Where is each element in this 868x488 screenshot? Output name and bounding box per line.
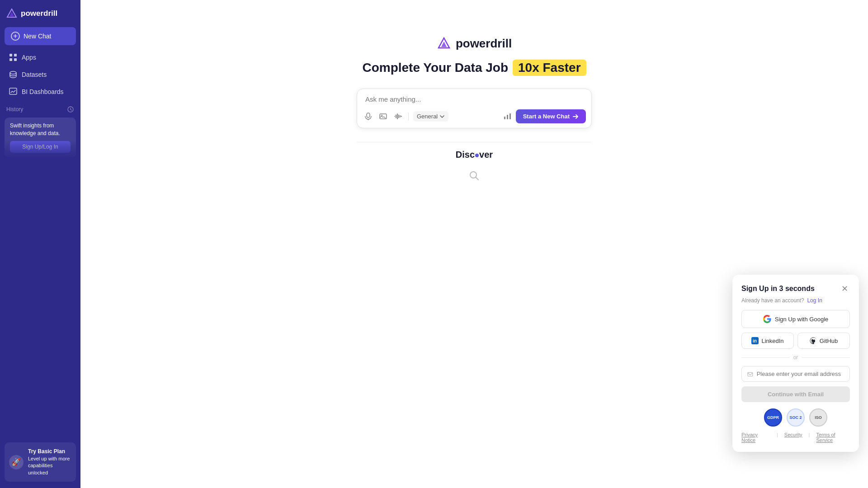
modal-close-button[interactable]: ✕ [840,284,850,294]
upgrade-plan-banner[interactable]: 🚀 Try Basic Plan Level up with more capa… [5,442,76,482]
bi-dashboards-label: BI Dashboards [22,88,64,95]
terms-link[interactable]: Terms of Service [816,432,850,443]
brand-logo-text: powerdrill [456,37,512,51]
email-icon [747,371,753,377]
start-chat-button[interactable]: Start a New Chat [516,109,586,123]
modal-subtext: Already have an account? Log In [741,297,850,304]
history-icon [67,106,74,113]
brand-logo-icon [437,36,451,51]
svg-rect-4 [9,58,12,61]
svg-text:in: in [753,338,757,343]
svg-rect-11 [367,113,370,117]
general-label: General [417,113,438,120]
sidebar-item-bi-dashboards[interactable]: BI Dashboards [3,84,78,100]
voice-button[interactable] [392,111,404,122]
svg-point-6 [10,71,16,74]
svg-rect-22 [507,115,508,119]
modal-header: Sign Up in 3 seconds ✕ [741,284,850,294]
powerdrill-logo-icon [6,8,17,19]
toolbar-right: Start a New Chat [502,109,586,123]
history-signin-button[interactable]: Sign Up/Log In [10,141,71,153]
svg-rect-21 [504,117,505,119]
linkedin-label: LinkedIn [761,338,783,344]
history-label: History [6,106,23,113]
grid-icon [9,53,17,61]
discover-dot [475,154,479,157]
history-header: History [0,100,80,116]
modal-subtext-text: Already have an account? [741,297,804,304]
login-link[interactable]: Log In [807,297,822,304]
plus-icon: + [11,32,20,41]
chart-icon [9,88,17,96]
google-logo [763,315,771,323]
image-upload-button[interactable] [377,111,389,122]
svg-rect-7 [9,88,17,94]
discover-title: Discver [357,150,592,160]
history-card-text: Swift insights from knowledge and data. [10,122,71,137]
new-chat-label: New Chat [24,33,51,40]
github-button[interactable]: GitHub [797,333,850,349]
microphone-icon [364,113,372,120]
start-chat-label: Start a New Chat [523,113,570,120]
waveform-icon [394,113,402,120]
sidebar: powerdrill + New Chat Apps Datasets BI D… [0,0,80,488]
apps-label: Apps [22,54,36,61]
continue-email-button[interactable]: Continue with Email [741,386,850,402]
signup-modal: Sign Up in 3 seconds ✕ Already have an a… [732,275,859,452]
email-input[interactable] [757,371,844,377]
email-input-wrap [741,366,850,382]
modal-footer: Privacy Notice | Security | Terms of Ser… [741,432,850,443]
google-g-icon [763,315,771,323]
chevron-down-icon [439,114,445,119]
modal-title: Sign Up in 3 seconds [741,285,815,293]
image-icon [379,113,387,120]
stats-button[interactable] [502,111,513,122]
google-btn-label: Sign Up with Google [775,316,829,323]
headline-highlight: 10x Faster [513,60,586,76]
or-text: or [793,354,798,361]
plan-subtitle: Level up with more capabilities unlocked [28,455,71,476]
plan-title: Try Basic Plan [28,448,71,455]
svg-rect-3 [14,54,17,56]
send-icon [572,113,579,120]
social-buttons-row: in LinkedIn GitHub [741,333,850,349]
sidebar-logo-text: powerdrill [21,9,57,18]
or-line-left [741,357,790,358]
svg-rect-5 [14,58,17,61]
linkedin-icon: in [751,337,759,344]
sidebar-logo: powerdrill [0,0,80,25]
iso-badge: ISO [809,408,827,427]
datasets-label: Datasets [22,71,47,78]
trust-badges: GDPR SOC 2 ISO [741,408,850,427]
svg-line-25 [476,178,479,180]
discover-search-icon [469,171,479,181]
google-signup-button[interactable]: Sign Up with Google [741,310,850,328]
discover-search-area [357,167,592,181]
security-link[interactable]: Security [784,432,802,443]
footer-sep2: | [809,432,810,443]
sidebar-item-apps[interactable]: Apps [3,49,78,66]
svg-rect-29 [748,372,753,376]
brand-logo: powerdrill [437,36,512,51]
microphone-button[interactable] [363,111,374,122]
search-box: General Start a New Chat [357,89,592,128]
or-line-right [802,357,850,358]
search-input-row [357,89,591,107]
search-input[interactable] [365,95,583,103]
soc-badge: SOC 2 [787,408,805,427]
toolbar-divider [408,113,409,121]
svg-rect-23 [509,113,511,119]
main-area: powerdrill Complete Your Data Job 10x Fa… [80,0,868,488]
privacy-notice-link[interactable]: Privacy Notice [741,432,770,443]
new-chat-button[interactable]: + New Chat [5,27,76,45]
github-label: GitHub [820,338,838,344]
sidebar-item-datasets[interactable]: Datasets [3,66,78,83]
github-icon [810,337,817,344]
plan-text: Try Basic Plan Level up with more capabi… [28,448,71,476]
discover-section: Discver [357,142,592,181]
main-headline: Complete Your Data Job 10x Faster [362,60,586,76]
footer-sep1: | [777,432,778,443]
headline-prefix: Complete Your Data Job [362,61,508,75]
linkedin-button[interactable]: in LinkedIn [741,333,794,349]
general-dropdown[interactable]: General [413,111,448,122]
